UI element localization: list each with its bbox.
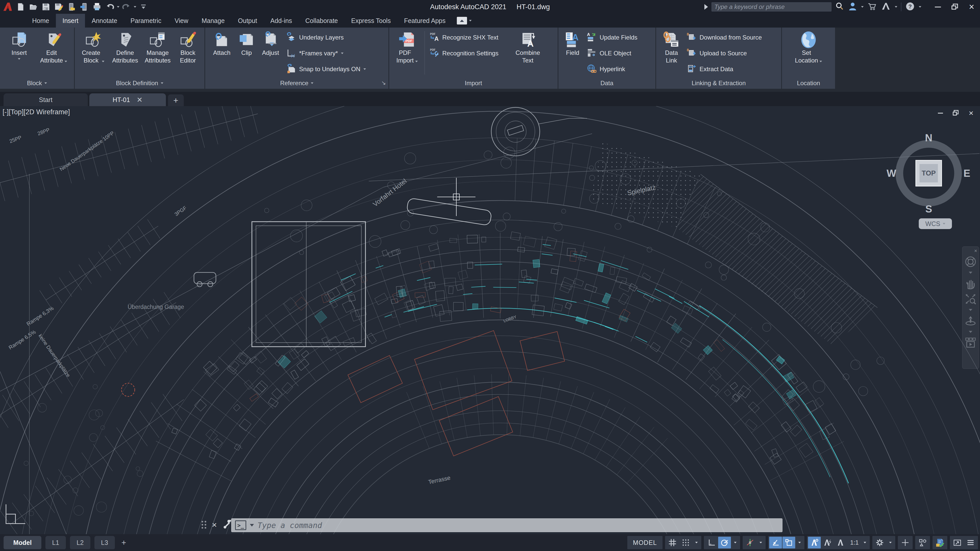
command-customize-wrench-icon[interactable]: [223, 520, 232, 530]
workspace-switching-gear-icon[interactable]: [873, 537, 886, 548]
field-button[interactable]: A Field: [561, 29, 584, 57]
navbar-close-icon[interactable]: ×: [974, 249, 977, 252]
help-dropdown-caret[interactable]: [919, 6, 921, 8]
panel-label-reference[interactable]: Reference ↘: [205, 78, 388, 89]
new-layout-button[interactable]: +: [119, 536, 129, 549]
customization-menu-icon[interactable]: [964, 537, 977, 548]
open-from-web-mobile-icon[interactable]: [66, 1, 77, 13]
save-as-icon[interactable]: [53, 1, 64, 13]
edit-attribute-button[interactable]: Edit Attribute: [36, 29, 72, 64]
model-space-toggle[interactable]: MODEL: [628, 537, 662, 548]
tab-manage[interactable]: Manage: [195, 14, 231, 27]
annotation-scale-icon[interactable]: [835, 537, 847, 548]
upload-to-source-button[interactable]: 8 Upload to Source: [684, 45, 776, 61]
reference-dialog-launcher-icon[interactable]: ↘: [381, 79, 386, 86]
autodesk-dropdown-caret[interactable]: [895, 6, 897, 8]
create-block-button[interactable]: Create Block: [77, 29, 109, 64]
ole-object-button[interactable]: OLE Object: [584, 45, 653, 61]
tab-featured-apps[interactable]: Featured Apps: [397, 14, 452, 27]
command-bar-grip[interactable]: ×: [202, 520, 232, 530]
annotation-monitor-toggle[interactable]: [899, 537, 912, 548]
redo-icon[interactable]: [121, 1, 132, 13]
viewcube-top-face[interactable]: TOP: [915, 160, 942, 186]
file-tab-close-icon[interactable]: ✕: [137, 96, 142, 104]
tab-insert[interactable]: Insert: [56, 14, 85, 27]
adjust-button[interactable]: Adjust: [257, 29, 284, 57]
define-attributes-button[interactable]: Define Attributes: [109, 29, 142, 64]
hyperlink-button[interactable]: Hyperlink: [584, 61, 653, 77]
tab-express-tools[interactable]: Express Tools: [345, 14, 397, 27]
recognition-settings-button[interactable]: PDF Recognition Settings: [427, 45, 511, 61]
panel-label-block-definition[interactable]: Block Definition: [75, 78, 204, 89]
clean-screen-toggle[interactable]: [951, 537, 964, 548]
viewport-visual-style-control[interactable]: [2D Wireframe]: [24, 108, 70, 116]
viewcube-south[interactable]: S: [925, 203, 932, 215]
layout-tab-l3[interactable]: L3: [94, 536, 115, 549]
app-store-cart-icon[interactable]: [867, 2, 877, 12]
tab-output[interactable]: Output: [231, 14, 264, 27]
viewport-view-control[interactable]: [Top]: [9, 108, 24, 116]
attach-button[interactable]: Attach: [208, 29, 236, 57]
help-search-box[interactable]: [711, 2, 832, 11]
object-snap-tracking-toggle[interactable]: [769, 537, 782, 548]
search-input[interactable]: [714, 3, 829, 11]
set-location-button[interactable]: Set Location: [789, 29, 828, 64]
file-tab-start[interactable]: Start: [3, 94, 88, 106]
undo-dropdown-caret[interactable]: [117, 6, 119, 8]
sign-in-user-icon[interactable]: [848, 2, 858, 12]
graphics-performance-toggle[interactable]: [934, 537, 946, 548]
panel-label-block[interactable]: Block: [0, 78, 74, 89]
insert-block-button[interactable]: Insert: [3, 29, 36, 60]
viewcube-west[interactable]: W: [886, 168, 896, 179]
zoom-caret-icon[interactable]: [967, 308, 974, 311]
layout-tab-model[interactable]: Model: [3, 536, 41, 549]
open-file-icon[interactable]: [27, 1, 39, 13]
workspace-caret[interactable]: [886, 537, 894, 548]
isometric-drafting-caret[interactable]: [757, 537, 765, 548]
annotation-scale-caret[interactable]: [861, 537, 869, 548]
underlay-layers-button[interactable]: Underlay Layers: [284, 30, 386, 45]
viewcube-north[interactable]: N: [925, 132, 932, 144]
recognize-shx-text-button[interactable]: PDFA Recognize SHX Text: [427, 30, 511, 45]
object-snap-toggle[interactable]: [783, 537, 795, 548]
snap-mode-caret[interactable]: [693, 537, 700, 548]
recent-commands-caret[interactable]: [250, 524, 254, 527]
annotation-visibility-toggle[interactable]: [808, 537, 821, 548]
tab-parametric[interactable]: Parametric: [124, 14, 168, 27]
pan-hand-icon[interactable]: [965, 278, 976, 289]
block-editor-button[interactable]: Block Editor: [174, 29, 202, 64]
viewcube-east[interactable]: E: [963, 168, 970, 179]
isometric-drafting-toggle[interactable]: [744, 537, 756, 548]
tab-add-ins[interactable]: Add-ins: [264, 14, 299, 27]
annotation-autoscale-toggle[interactable]: [821, 537, 834, 548]
restore-button[interactable]: [946, 0, 963, 14]
update-fields-button[interactable]: A Update Fields: [584, 30, 653, 45]
viewport-menu-control[interactable]: [-]: [3, 108, 9, 116]
polar-tracking-toggle[interactable]: [718, 537, 731, 548]
command-close-icon[interactable]: ×: [212, 520, 217, 529]
drag-grip-icon[interactable]: [202, 521, 206, 529]
save-to-web-mobile-icon[interactable]: [79, 1, 90, 13]
ribbon-minimize-caret[interactable]: [469, 20, 472, 21]
command-line[interactable]: >_: [231, 518, 783, 532]
orbit-icon[interactable]: [965, 315, 977, 327]
viewport-minimize-icon[interactable]: [936, 109, 945, 117]
autodesk-mark-icon[interactable]: [880, 2, 891, 12]
search-expand-arrow-icon[interactable]: [704, 4, 708, 10]
viewport-close-icon[interactable]: ×: [967, 109, 975, 117]
tab-view[interactable]: View: [168, 14, 195, 27]
viewport-restore-icon[interactable]: [951, 109, 960, 117]
snap-mode-toggle[interactable]: [679, 537, 692, 548]
new-file-icon[interactable]: [15, 1, 26, 13]
clip-button[interactable]: Clip: [236, 29, 257, 57]
autocad-logo-icon[interactable]: [2, 1, 13, 13]
minimize-button[interactable]: [929, 0, 946, 14]
snap-to-underlays-dropdown[interactable]: Snap to Underlays ON: [284, 61, 386, 77]
tab-home[interactable]: Home: [25, 14, 56, 27]
grid-display-toggle[interactable]: [666, 537, 679, 548]
panel-label-location[interactable]: Location: [782, 78, 835, 89]
data-link-button[interactable]: Data Link: [659, 29, 684, 64]
panel-label-linking-extraction[interactable]: Linking & Extraction: [656, 78, 781, 89]
tab-collaborate[interactable]: Collaborate: [299, 14, 345, 27]
layout-tab-l2[interactable]: L2: [70, 536, 90, 549]
